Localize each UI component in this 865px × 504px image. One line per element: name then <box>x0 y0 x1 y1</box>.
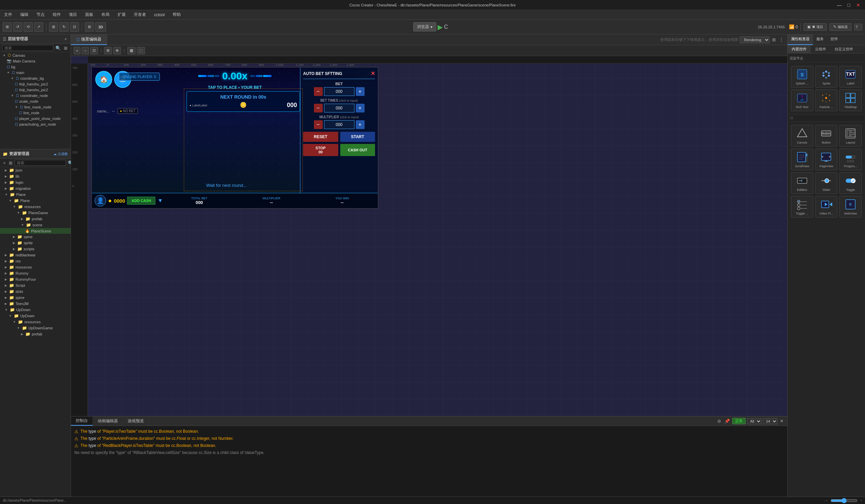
resource-add[interactable]: + <box>2 160 7 166</box>
folder-scene[interactable]: ▼📁 scene <box>0 222 71 228</box>
render-label[interactable]: TXT Label <box>839 66 862 87</box>
folder-slots[interactable]: ▶📁 slots <box>0 289 71 295</box>
bet-input[interactable] <box>324 87 355 96</box>
node-canvas[interactable]: ▼ ⬡ Canvas <box>0 52 71 58</box>
rendering-select[interactable]: Rendering <box>740 36 770 43</box>
render-canvas[interactable]: Canvas <box>791 125 813 146</box>
tab-animation[interactable]: 动画编辑器 <box>93 417 123 426</box>
menu-extend[interactable]: 扩展 <box>116 11 127 18</box>
console-clear[interactable]: ⊘ <box>716 418 722 424</box>
node-coordinate-bg[interactable]: ▼ ◻ coordinate_bg <box>0 75 71 81</box>
tab-controls[interactable]: 控件 <box>827 34 841 45</box>
render-layout[interactable]: Layout <box>839 125 862 146</box>
render-splash[interactable]: S Splash ... <box>791 66 813 87</box>
home-btn[interactable]: 🏠 <box>95 71 112 88</box>
cloud-tab[interactable]: ☁ 云函数 <box>54 152 68 156</box>
node-player-point[interactable]: ◻ player_point_show_node <box>0 116 71 121</box>
render-editbox[interactable]: EditBox <box>791 172 813 194</box>
render-webview[interactable]: e WebView <box>839 196 862 218</box>
folder-updown-prefab[interactable]: ▶📁 prefab <box>0 331 71 337</box>
folder-sprite[interactable]: ▶📁 sprite <box>0 240 71 246</box>
folder-updown-2[interactable]: ▼📁 UpDown <box>0 313 71 319</box>
render-particle[interactable]: Particle ... <box>815 90 838 111</box>
zoom-out[interactable]: − <box>82 47 89 55</box>
console-close[interactable]: ✕ <box>779 418 785 424</box>
menu-component[interactable]: 组件 <box>51 11 62 18</box>
multiplier-input[interactable] <box>324 120 355 129</box>
tab-preview[interactable]: 游戏预览 <box>123 417 149 426</box>
stop-btn[interactable]: STOP 00 <box>303 144 338 156</box>
node-bg[interactable]: ◻ bg <box>0 64 71 70</box>
folder-redblackwar[interactable]: ▶📁 redblackwar <box>0 252 71 258</box>
folder-planegame[interactable]: ▼📁 PlaneGame <box>0 210 71 216</box>
node-main[interactable]: ▼ ◻ main <box>0 70 71 75</box>
toolbar-btn-2[interactable]: ↺ <box>13 22 22 32</box>
tab-scene-editor[interactable]: ⬡ 场景编辑器 <box>71 34 107 45</box>
rotate-btn[interactable]: ↻ <box>59 22 69 32</box>
render-slider[interactable]: Slider <box>815 172 838 194</box>
folder-res[interactable]: ▶📁 res <box>0 258 71 264</box>
menu-dev[interactable]: 开发者 <box>132 11 147 18</box>
folder-script[interactable]: ▶📁 Script <box>0 282 71 289</box>
node-feiji-2[interactable]: ◻ feiji_hanshu_pic2 <box>0 87 71 93</box>
menu-layout[interactable]: 布局 <box>100 11 111 18</box>
render-pageview[interactable]: PageView <box>815 149 838 170</box>
node-feiji-1[interactable]: ◻ feiji_hanshu_pic2 <box>0 81 71 87</box>
inner-tab-custom[interactable]: 自定义控件 <box>831 45 857 53</box>
toolbar-btn-1[interactable]: ⊞ <box>3 22 12 32</box>
folder-updowngame[interactable]: ▼📁 UpDownGame <box>0 325 71 331</box>
project-btn[interactable]: ▣ ▣ 项目 <box>804 23 827 31</box>
node-parachuting[interactable]: ◻ parachuting_ani_node <box>0 121 71 127</box>
folder-spine-2[interactable]: ▶📁 spine <box>0 234 71 240</box>
folder-login[interactable]: ▶📁 login <box>0 179 71 186</box>
render-scrollview[interactable]: ScrollView <box>791 149 813 170</box>
filter-select[interactable]: All <box>747 418 762 424</box>
browser-dropdown[interactable]: 浏览器 ▾ <box>413 22 436 32</box>
menu-help[interactable]: 帮助 <box>171 11 182 18</box>
reset-btn[interactable]: RESET <box>303 132 338 142</box>
scene-more[interactable]: ⋮ <box>778 37 785 43</box>
folder-updown-resources[interactable]: ▼📁 resources <box>0 319 71 325</box>
tab-console[interactable]: 控制台 <box>71 417 93 426</box>
bet-times-plus[interactable]: + <box>356 104 365 113</box>
multiplier-minus[interactable]: − <box>314 120 323 129</box>
grid-btn[interactable]: ▦ <box>127 47 136 55</box>
inner-tab-cloud[interactable]: 云组件 <box>811 45 831 53</box>
cashout-btn[interactable]: CASH OUT <box>340 144 376 156</box>
multiplier-plus[interactable]: + <box>356 120 365 129</box>
menu-file[interactable]: 文件 <box>3 11 13 18</box>
menu-project[interactable]: 项目 <box>68 11 78 18</box>
render-toggle-group[interactable]: Toggle ... <box>791 196 813 218</box>
editor-btn[interactable]: ✎ 编辑器 <box>830 23 852 31</box>
fontsize-select[interactable]: 14 <box>763 418 777 424</box>
hierarchy-add[interactable]: + <box>63 36 68 42</box>
folder-resources-root[interactable]: ▶📁 resources <box>0 264 71 270</box>
node-scale-node[interactable]: ◻ scale_node <box>0 98 71 104</box>
node-coordinate-node[interactable]: ▼ ◻ coordinate_node <box>0 93 71 98</box>
folder-plane-2[interactable]: ▼📁 Plane <box>0 198 71 204</box>
folder-teenjm[interactable]: ▶📁 TeenJM <box>0 301 71 307</box>
render-toggle[interactable]: Toggle <box>839 172 862 194</box>
snap-btn[interactable]: ⊞ <box>104 47 112 55</box>
node-line-mask[interactable]: ▼ ◻ line_mask_node <box>0 104 71 110</box>
resource-refresh[interactable]: ⊞ <box>8 160 13 166</box>
render-button[interactable]: Button Button <box>815 125 838 146</box>
tab-inspector[interactable]: 属性检查器 <box>788 34 813 45</box>
hierarchy-search-input[interactable] <box>2 45 54 51</box>
close-btn[interactable]: ✕ <box>855 2 862 9</box>
menu-node[interactable]: 节点 <box>35 11 46 18</box>
tab-services[interactable]: 服务 <box>813 34 827 45</box>
folder-resources[interactable]: ▼📁 resources <box>0 204 71 210</box>
toolbar-btn-4[interactable]: ↗ <box>34 22 43 32</box>
render-video[interactable]: Video Pi... <box>815 196 838 218</box>
node-main-camera[interactable]: 📷 Main Camera <box>0 58 71 64</box>
zoom-fit[interactable]: ⊡ <box>90 47 98 55</box>
folder-updown[interactable]: ▼📁 UpDown <box>0 307 71 313</box>
menu-cctool[interactable]: cctool <box>153 12 166 18</box>
scale-btn[interactable]: ⊡ <box>70 22 79 32</box>
folder-migration[interactable]: ▶📁 migration <box>0 186 71 191</box>
folder-spine-root[interactable]: ▶📁 spine <box>0 295 71 301</box>
minimize-btn[interactable]: — <box>836 2 843 9</box>
folder-scripts[interactable]: ▶📁 scripts <box>0 246 71 252</box>
play-btn[interactable]: ▶ <box>438 23 443 31</box>
